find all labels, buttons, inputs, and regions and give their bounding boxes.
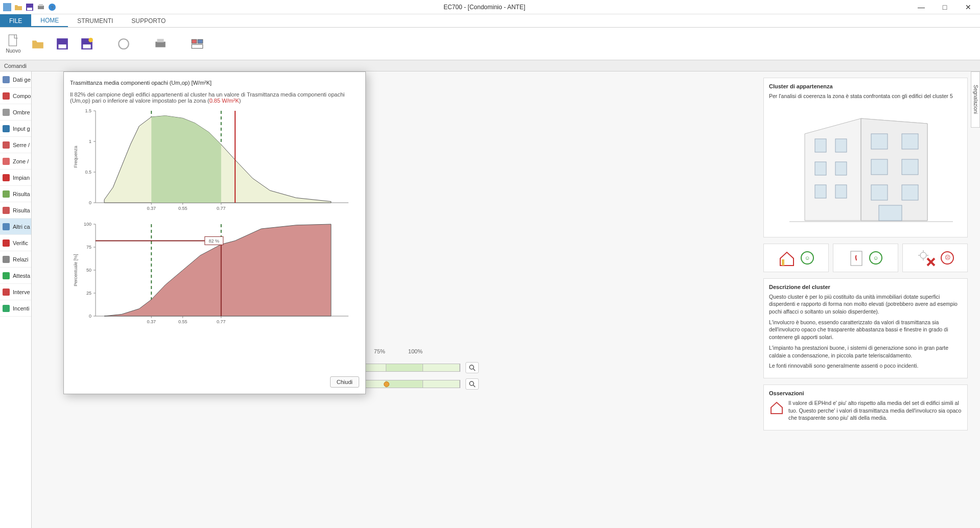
sidebar-item-label: Risulta bbox=[13, 191, 30, 197]
maximize-button[interactable]: □ bbox=[933, 0, 956, 14]
menu-supporto[interactable]: SUPPORTO bbox=[122, 14, 175, 27]
svg-rect-79 bbox=[782, 259, 784, 266]
sidebar-item-10[interactable]: Verific bbox=[0, 235, 31, 251]
svg-rect-24 bbox=[3, 158, 10, 165]
svg-rect-2 bbox=[27, 8, 32, 10]
svg-rect-28 bbox=[3, 223, 10, 230]
svg-text:0: 0 bbox=[89, 200, 91, 205]
svg-rect-25 bbox=[3, 174, 10, 181]
menu-file[interactable]: FILE bbox=[0, 14, 31, 27]
sidebar-item-9[interactable]: Altri ca bbox=[0, 219, 31, 235]
ribbon-print[interactable] bbox=[149, 29, 172, 59]
minimize-button[interactable]: — bbox=[909, 0, 933, 14]
svg-text:25: 25 bbox=[86, 291, 91, 296]
sidebar-item-icon bbox=[2, 157, 10, 165]
sidebar-item-icon bbox=[2, 190, 10, 198]
sidebar-item-label: Ombre bbox=[13, 109, 30, 115]
sidebar: Dati geCompoOmbreInput gSerre /Zone /Imp… bbox=[0, 71, 32, 528]
svg-rect-75 bbox=[871, 185, 888, 200]
refresh-icon bbox=[117, 37, 130, 51]
sidebar-item-label: Incenti bbox=[13, 305, 29, 311]
sun-cross-icon bbox=[916, 249, 936, 267]
segnalazioni-tab[interactable]: Segnalazioni bbox=[971, 71, 980, 128]
ribbon-refresh[interactable] bbox=[112, 29, 135, 59]
save-icon[interactable] bbox=[26, 3, 34, 11]
sidebar-item-7[interactable]: Risulta bbox=[0, 186, 31, 202]
sidebar-item-14[interactable]: Incenti bbox=[0, 300, 31, 317]
svg-point-58 bbox=[470, 365, 474, 369]
close-button[interactable]: Chiudi bbox=[330, 376, 359, 388]
magnify-button[interactable] bbox=[465, 378, 479, 390]
svg-text:?: ? bbox=[51, 5, 53, 10]
cluster-envelope-box: ☺ bbox=[763, 244, 829, 272]
sidebar-item-icon bbox=[2, 92, 10, 100]
sidebar-item-12[interactable]: Attesta bbox=[0, 268, 31, 284]
sidebar-item-icon bbox=[2, 304, 10, 313]
sidebar-item-icon bbox=[2, 206, 10, 214]
sidebar-item-label: Risulta bbox=[13, 207, 30, 213]
modal-title: Trasmittanza media componenti opachi (Um… bbox=[70, 78, 359, 86]
smile-icon: ☺ bbox=[869, 251, 882, 265]
frown-icon: ☹ bbox=[941, 251, 954, 265]
svg-text:0.77: 0.77 bbox=[217, 206, 226, 211]
sidebar-item-label: Input g bbox=[13, 126, 30, 132]
svg-rect-29 bbox=[3, 239, 10, 247]
ribbon-nuovo[interactable]: Nuovo bbox=[2, 29, 25, 59]
close-button[interactable]: ✕ bbox=[956, 0, 980, 14]
svg-rect-31 bbox=[3, 272, 10, 279]
sidebar-item-icon bbox=[2, 255, 10, 263]
svg-rect-72 bbox=[902, 134, 918, 149]
sidebar-item-icon bbox=[2, 223, 10, 231]
folder-open-icon bbox=[31, 37, 44, 51]
cluster-icon-strip: ☺ ☺ ☹ bbox=[763, 244, 968, 272]
svg-text:100: 100 bbox=[84, 222, 91, 227]
sidebar-item-0[interactable]: Dati ge bbox=[0, 71, 31, 88]
svg-rect-22 bbox=[3, 125, 10, 132]
sidebar-item-label: Dati ge bbox=[13, 77, 31, 83]
house-icon bbox=[778, 249, 796, 267]
svg-rect-18 bbox=[192, 44, 203, 49]
sidebar-item-icon bbox=[2, 288, 10, 296]
menu-strumenti[interactable]: STRUMENTI bbox=[68, 14, 122, 27]
svg-rect-7 bbox=[9, 35, 16, 46]
help-icon[interactable]: ? bbox=[48, 3, 56, 11]
ribbon-open[interactable] bbox=[27, 29, 49, 59]
menu-home[interactable]: HOME bbox=[31, 14, 68, 27]
sidebar-item-label: Serre / bbox=[13, 142, 30, 148]
svg-point-13 bbox=[119, 39, 129, 49]
svg-rect-9 bbox=[58, 44, 66, 49]
folder-open-icon[interactable] bbox=[14, 3, 22, 11]
sidebar-item-5[interactable]: Zone / bbox=[0, 153, 31, 170]
save-icon bbox=[56, 37, 69, 51]
svg-text:75: 75 bbox=[86, 245, 91, 250]
svg-line-61 bbox=[473, 385, 475, 387]
sidebar-item-8[interactable]: Risulta bbox=[0, 202, 31, 219]
sidebar-item-4[interactable]: Serre / bbox=[0, 137, 31, 153]
svg-rect-23 bbox=[3, 141, 10, 149]
search-icon bbox=[469, 364, 476, 371]
app-icon bbox=[3, 3, 11, 11]
cumulative-chart: 02550751000.370.550.7782 %Percentuale [%… bbox=[70, 219, 356, 331]
ribbon-layout[interactable] bbox=[186, 29, 208, 59]
ribbon-saveas[interactable] bbox=[76, 29, 98, 59]
magnify-button[interactable] bbox=[465, 362, 479, 373]
sidebar-item-13[interactable]: Interve bbox=[0, 284, 31, 300]
sidebar-item-label: Relazi bbox=[13, 256, 29, 262]
sidebar-item-label: Zone / bbox=[13, 158, 29, 164]
canvas: Segnalazioni 0%25%50%75%100% 0%25%50%75%… bbox=[32, 71, 980, 528]
workspace: Dati geCompoOmbreInput gSerre /Zone /Imp… bbox=[0, 71, 980, 528]
svg-rect-77 bbox=[879, 205, 902, 221]
sidebar-item-3[interactable]: Input g bbox=[0, 121, 31, 137]
window-title: EC700 - [Condominio - ANTE] bbox=[59, 4, 909, 11]
document-new-icon bbox=[7, 34, 20, 47]
ribbon-save[interactable] bbox=[51, 29, 74, 59]
sidebar-item-6[interactable]: Impian bbox=[0, 170, 31, 186]
print-icon[interactable] bbox=[37, 3, 45, 11]
svg-text:0.37: 0.37 bbox=[147, 206, 156, 211]
svg-point-60 bbox=[470, 381, 474, 386]
sidebar-item-11[interactable]: Relazi bbox=[0, 251, 31, 268]
svg-text:1: 1 bbox=[89, 139, 91, 144]
layout-icon bbox=[191, 37, 204, 51]
sidebar-item-1[interactable]: Compo bbox=[0, 88, 31, 104]
sidebar-item-2[interactable]: Ombre bbox=[0, 104, 31, 121]
